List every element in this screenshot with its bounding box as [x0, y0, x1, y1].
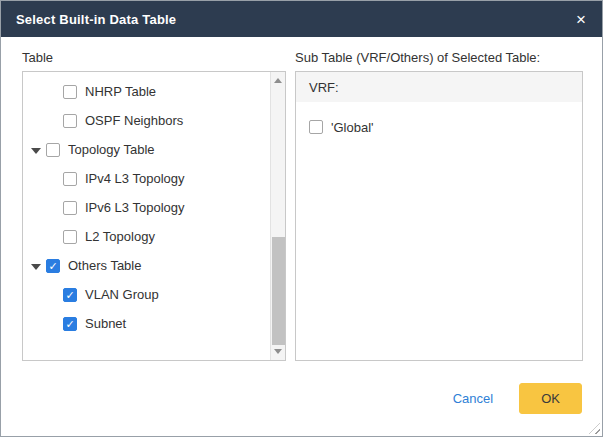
ok-button[interactable]: OK	[519, 383, 582, 414]
expand-collapse-icon[interactable]	[31, 264, 41, 270]
tree-item-nhrp-table-checkbox[interactable]	[63, 85, 77, 99]
vrf-list: 'Global'	[296, 102, 582, 139]
dialog-titlebar: Select Built-in Data Table ×	[1, 1, 602, 37]
dialog-footer: Cancel OK	[1, 361, 602, 436]
scroll-up-button[interactable]	[271, 73, 285, 88]
scroll-up-icon	[274, 78, 282, 83]
tree-item-label: VLAN Group	[85, 287, 159, 302]
tree-item-label: OSPF Neighbors	[85, 113, 183, 128]
tree-item-l2-topology-checkbox[interactable]	[63, 230, 77, 244]
vrf-item-global[interactable]: 'Global'	[309, 115, 582, 139]
tree-item-vlan-group-checkbox[interactable]: ✓	[63, 288, 77, 302]
tree-item-ospf-neighbors-checkbox[interactable]	[63, 114, 77, 128]
scrollbar-thumb[interactable]	[272, 237, 285, 345]
tree-item-subnet-checkbox[interactable]: ✓	[63, 317, 77, 331]
tree-item-label: Topology Table	[68, 142, 155, 157]
table-tree: NHRP TableOSPF NeighborsTopology TableIP…	[23, 72, 285, 338]
tree-item-others-table-checkbox[interactable]: ✓	[46, 259, 60, 273]
close-icon[interactable]: ×	[574, 9, 588, 30]
tree-item-nhrp-table[interactable]: NHRP Table	[23, 77, 269, 106]
tree-item-ipv6-l3-topology-checkbox[interactable]	[63, 201, 77, 215]
expand-collapse-icon[interactable]	[31, 148, 41, 154]
table-tree-panel: NHRP TableOSPF NeighborsTopology TableIP…	[22, 71, 286, 361]
subtable-column: Sub Table (VRF/Others) of Selected Table…	[295, 50, 583, 361]
tree-item-label: NHRP Table	[85, 84, 156, 99]
table-section-label: Table	[22, 50, 286, 65]
tree-item-ospf-neighbors[interactable]: OSPF Neighbors	[23, 106, 269, 135]
select-builtin-data-table-dialog: Select Built-in Data Table × Table NHRP …	[0, 0, 603, 437]
tree-item-subnet[interactable]: ✓Subnet	[23, 309, 269, 338]
tree-item-label: L2 Topology	[85, 229, 155, 244]
tree-item-ipv4-l3-topology[interactable]: IPv4 L3 Topology	[23, 164, 269, 193]
subtable-section-label: Sub Table (VRF/Others) of Selected Table…	[295, 50, 583, 65]
cancel-button[interactable]: Cancel	[453, 391, 493, 406]
tree-item-vlan-group[interactable]: ✓VLAN Group	[23, 280, 269, 309]
dialog-title: Select Built-in Data Table	[16, 12, 176, 27]
tree-item-label: IPv4 L3 Topology	[85, 171, 185, 186]
tree-item-label: IPv6 L3 Topology	[85, 200, 185, 215]
tree-item-label: Subnet	[85, 316, 126, 331]
table-column: Table NHRP TableOSPF NeighborsTopology T…	[22, 50, 286, 361]
vrf-group-header: VRF:	[296, 72, 582, 102]
tree-item-label: Others Table	[68, 258, 141, 273]
subtable-panel: VRF: 'Global'	[295, 71, 583, 361]
vrf-item-global-checkbox[interactable]	[309, 120, 323, 134]
dialog-content: Table NHRP TableOSPF NeighborsTopology T…	[1, 37, 602, 361]
tree-item-ipv4-l3-topology-checkbox[interactable]	[63, 172, 77, 186]
scroll-down-icon	[274, 349, 282, 354]
tree-item-ipv6-l3-topology[interactable]: IPv6 L3 Topology	[23, 193, 269, 222]
scroll-down-button[interactable]	[271, 344, 285, 359]
tree-item-others-table[interactable]: ✓Others Table	[23, 251, 269, 280]
tree-item-l2-topology[interactable]: L2 Topology	[23, 222, 269, 251]
tree-item-topology-table-checkbox[interactable]	[46, 143, 60, 157]
tree-scrollbar[interactable]	[270, 72, 285, 360]
tree-item-topology-table[interactable]: Topology Table	[23, 135, 269, 164]
vrf-item-label: 'Global'	[331, 120, 374, 135]
